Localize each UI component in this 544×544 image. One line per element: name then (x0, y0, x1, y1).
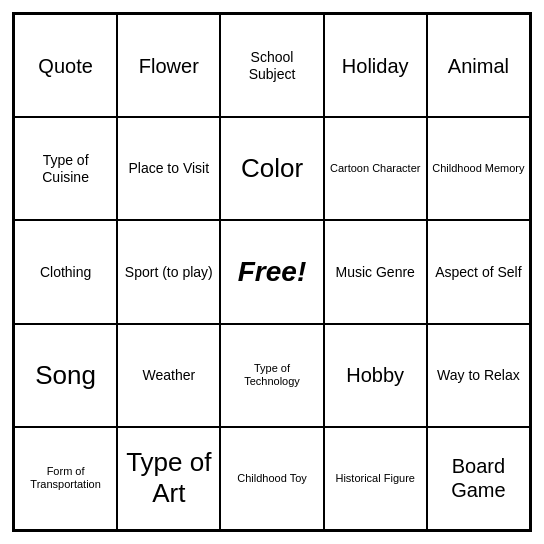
bingo-cell-16: Weather (117, 324, 220, 427)
bingo-cell-22: Childhood Toy (220, 427, 323, 530)
cell-label: Animal (448, 54, 509, 78)
bingo-cell-5: Type of Cuisine (14, 117, 117, 220)
cell-label: Quote (38, 54, 92, 78)
bingo-cell-14: Aspect of Self (427, 220, 530, 323)
cell-label: Historical Figure (335, 472, 414, 485)
bingo-cell-23: Historical Figure (324, 427, 427, 530)
cell-label: Type of Art (122, 447, 215, 509)
bingo-cell-3: Holiday (324, 14, 427, 117)
bingo-cell-8: Cartoon Character (324, 117, 427, 220)
bingo-cell-2: School Subject (220, 14, 323, 117)
bingo-cell-13: Music Genre (324, 220, 427, 323)
bingo-cell-7: Color (220, 117, 323, 220)
cell-label: Flower (139, 54, 199, 78)
bingo-cell-24: Board Game (427, 427, 530, 530)
bingo-cell-4: Animal (427, 14, 530, 117)
bingo-cell-15: Song (14, 324, 117, 427)
cell-label: Color (241, 153, 303, 184)
cell-label: Aspect of Self (435, 264, 521, 281)
bingo-cell-1: Flower (117, 14, 220, 117)
cell-label: Childhood Memory (432, 162, 524, 175)
cell-label: Form of Transportation (19, 465, 112, 491)
cell-label: Holiday (342, 54, 409, 78)
bingo-cell-0: Quote (14, 14, 117, 117)
bingo-cell-19: Way to Relax (427, 324, 530, 427)
bingo-cell-18: Hobby (324, 324, 427, 427)
bingo-board: QuoteFlowerSchool SubjectHolidayAnimalTy… (12, 12, 532, 532)
bingo-cell-21: Type of Art (117, 427, 220, 530)
cell-label: Childhood Toy (237, 472, 307, 485)
cell-label: Type of Technology (225, 362, 318, 388)
cell-label: School Subject (225, 49, 318, 83)
cell-label: Cartoon Character (330, 162, 421, 175)
bingo-cell-6: Place to Visit (117, 117, 220, 220)
bingo-cell-10: Clothing (14, 220, 117, 323)
cell-label: Way to Relax (437, 367, 520, 384)
cell-label: Free! (238, 255, 306, 289)
bingo-cell-12: Free! (220, 220, 323, 323)
cell-label: Sport (to play) (125, 264, 213, 281)
cell-label: Hobby (346, 363, 404, 387)
cell-label: Place to Visit (128, 160, 209, 177)
cell-label: Clothing (40, 264, 91, 281)
cell-label: Board Game (432, 454, 525, 502)
cell-label: Weather (142, 367, 195, 384)
bingo-cell-9: Childhood Memory (427, 117, 530, 220)
cell-label: Type of Cuisine (19, 152, 112, 186)
bingo-cell-20: Form of Transportation (14, 427, 117, 530)
cell-label: Song (35, 360, 96, 391)
bingo-cell-17: Type of Technology (220, 324, 323, 427)
bingo-cell-11: Sport (to play) (117, 220, 220, 323)
cell-label: Music Genre (336, 264, 415, 281)
